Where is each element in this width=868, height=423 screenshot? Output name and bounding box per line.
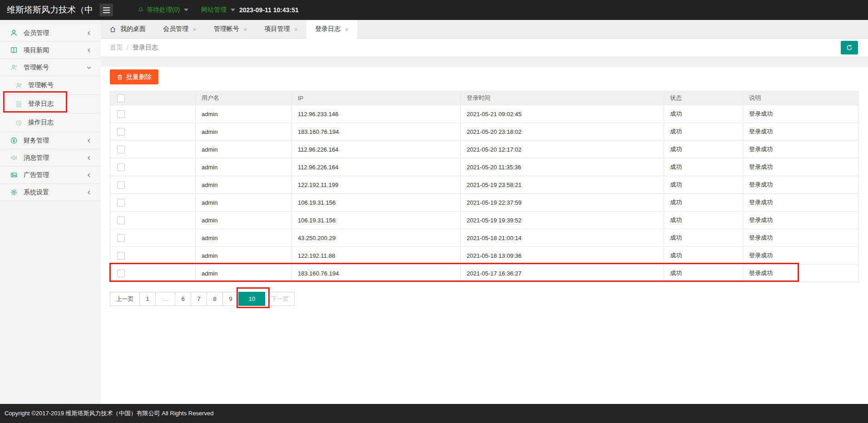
app-title: 维斯塔斯风力技术（中 (7, 4, 93, 16)
cell-ip: 43.250.200.29 (292, 229, 461, 247)
pagination-page-button[interactable]: 8 (207, 292, 223, 306)
row-checkbox[interactable] (117, 146, 125, 153)
sidebar-subitem-login-log[interactable]: 登录日志 (0, 95, 101, 113)
row-checkbox[interactable] (117, 234, 125, 242)
cell-status: 成功 (664, 229, 743, 247)
pagination-page-button[interactable]: 6 (175, 292, 191, 306)
col-header-time: 登录时间 (461, 91, 664, 105)
col-header-ip: IP (292, 91, 461, 105)
row-checkbox[interactable] (117, 199, 125, 207)
tab-member-manage[interactable]: 会员管理 × (154, 20, 205, 38)
cell-ip: 106.19.31.156 (292, 212, 461, 229)
cell-status: 成功 (664, 123, 743, 141)
sidebar-item-account-manage[interactable]: 管理帐号 (0, 59, 101, 76)
tab-my-desktop[interactable]: 我的桌面 (101, 20, 154, 38)
pagination-page-button[interactable]: 9 (222, 292, 239, 306)
cell-time: 2021-05-21 09:02:45 (461, 105, 664, 123)
caret-down-icon (231, 9, 235, 11)
pagination-prev-button[interactable]: 上一页 (110, 292, 140, 306)
cell-status: 成功 (664, 158, 743, 176)
cell-time: 2021-05-20 12:17:02 (461, 141, 664, 158)
cell-desc: 登录成功 (743, 158, 858, 176)
tab-close-icon[interactable]: × (192, 26, 197, 33)
sidebar-item-project-news[interactable]: 项目新闻 (0, 42, 101, 59)
row-checkbox[interactable] (117, 252, 125, 260)
accounts-icon (15, 82, 22, 89)
row-checkbox[interactable] (117, 110, 125, 118)
cell-time: 2021-05-17 16:36:27 (461, 265, 664, 282)
chevron-left-icon (86, 138, 92, 143)
site-menu-label: 网站管理 (201, 6, 227, 14)
row-checkbox[interactable] (117, 181, 125, 189)
select-all-checkbox[interactable] (117, 94, 125, 102)
cell-user: admin (196, 212, 292, 229)
sidebar-subitem-operation-log[interactable]: 操作日志 (0, 113, 101, 132)
copyright-text: Copyright ©2017-2019 维斯塔斯风力技术（中国）有限公司 Al… (5, 409, 213, 418)
table-row: admin 112.96.226.164 2021-05-20 11:35:36… (110, 158, 858, 176)
tab-close-icon[interactable]: × (294, 26, 298, 33)
tab-label: 管理帐号 (214, 25, 239, 33)
member-icon (10, 29, 18, 37)
sidebar-item-label: 系统设置 (24, 188, 49, 197)
tab-label: 项目管理 (265, 25, 290, 33)
sidebar-item-message-manage[interactable]: 消息管理 (0, 149, 101, 167)
cell-user: admin (196, 105, 292, 123)
tab-login-log[interactable]: 登录日志 × (306, 20, 357, 39)
cell-user: admin (196, 265, 292, 282)
col-header-status: 状态 (664, 91, 743, 105)
pagination-next-button: 下一页 (265, 292, 295, 306)
pagination-page-button[interactable]: 7 (191, 292, 207, 306)
cell-user: admin (196, 123, 292, 141)
tab-label: 我的桌面 (120, 25, 146, 33)
sidebar-toggle-button[interactable] (99, 4, 113, 16)
site-menu-dropdown[interactable]: 网站管理 (201, 0, 235, 20)
main-area: 我的桌面 会员管理 × 管理帐号 × 项目管理 × 登录日志 × 首页 / 登录… (101, 20, 868, 404)
cell-time: 2021-05-18 21:00:14 (461, 229, 664, 247)
sidebar-item-label: 管理帐号 (24, 64, 49, 72)
cell-desc: 登录成功 (743, 123, 858, 141)
cell-ip: 112.96.226.164 (292, 158, 461, 176)
table-row: admin 43.250.200.29 2021-05-18 21:00:14 … (110, 229, 858, 247)
sidebar-subitem-account-manage[interactable]: 管理帐号 (0, 76, 101, 95)
sidebar-item-member-manage[interactable]: 会员管理 (0, 25, 101, 42)
pending-label: 等待处理(0) (147, 6, 180, 14)
tab-close-icon[interactable]: × (243, 26, 247, 33)
cell-status: 成功 (664, 141, 743, 158)
tab-account-manage[interactable]: 管理帐号 × (205, 20, 256, 38)
pending-dropdown[interactable]: 等待处理(0) (138, 0, 188, 20)
cell-ip: 112.96.233.146 (292, 105, 461, 123)
breadcrumb-current: 登录日志 (133, 44, 158, 52)
content-gap (101, 57, 868, 67)
message-icon (10, 154, 18, 162)
tab-project-manage[interactable]: 项目管理 × (256, 20, 307, 38)
refresh-button[interactable] (841, 41, 858, 54)
ad-icon (10, 171, 18, 179)
pagination-page-button-active[interactable]: 10 (238, 292, 266, 306)
cell-user: admin (196, 141, 292, 158)
chevron-left-icon (86, 190, 92, 195)
pagination: 上一页 1 … 6 7 8 9 10 下一页 (110, 292, 295, 306)
cell-ip: 183.160.76.194 (292, 265, 461, 282)
sidebar-nav: 会员管理 项目新闻 管理帐号 管理帐号 登录日志 (0, 20, 101, 404)
batch-delete-button[interactable]: 批量删除 (110, 69, 158, 84)
row-checkbox[interactable] (117, 216, 125, 224)
cell-desc: 登录成功 (743, 141, 858, 158)
row-checkbox[interactable] (117, 128, 125, 136)
row-checkbox[interactable] (117, 270, 125, 277)
top-bar: 维斯塔斯风力技术（中 等待处理(0) 网站管理 2023-09-11 10:43… (0, 0, 868, 20)
sidebar-item-system-settings[interactable]: 系统设置 (0, 184, 101, 201)
table-row: admin 112.96.226.164 2021-05-20 12:17:02… (110, 141, 858, 158)
pagination-page-button[interactable]: 1 (139, 292, 156, 306)
sidebar-item-label: 财务管理 (24, 137, 49, 145)
tab-close-icon[interactable]: × (345, 26, 349, 33)
cell-desc: 登录成功 (743, 212, 858, 229)
sidebar-item-finance-manage[interactable]: 财务管理 (0, 132, 101, 149)
sidebar-item-label: 操作日志 (28, 118, 54, 127)
breadcrumb-home-link[interactable]: 首页 (110, 44, 123, 52)
sidebar-item-ad-manage[interactable]: 广告管理 (0, 167, 101, 184)
cell-ip: 106.19.31.156 (292, 194, 461, 212)
cell-user: admin (196, 158, 292, 176)
login-log-table: 用户名 IP 登录时间 状态 说明 admin 112.96.233.146 2… (110, 91, 858, 282)
tab-label: 会员管理 (163, 25, 188, 33)
row-checkbox[interactable] (117, 163, 125, 171)
